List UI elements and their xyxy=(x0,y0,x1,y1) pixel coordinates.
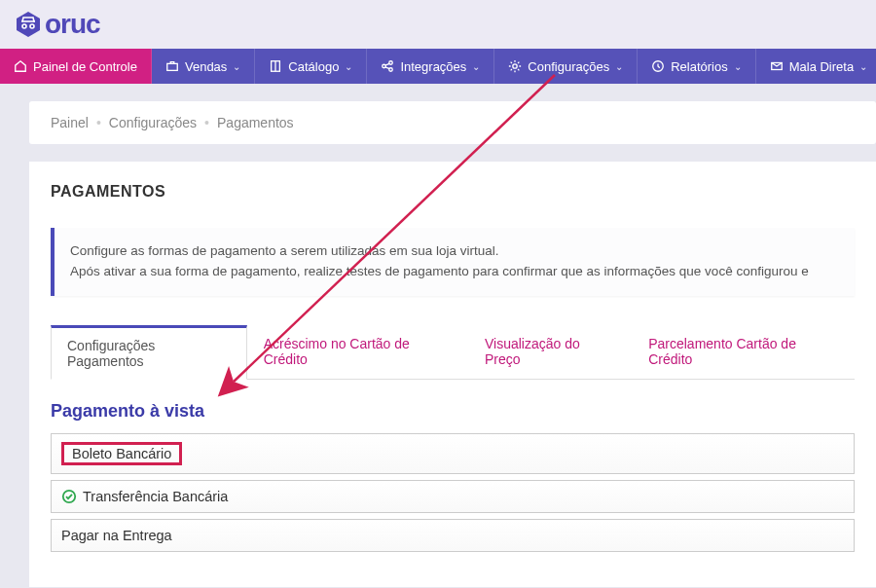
topbar: oruc xyxy=(0,0,876,49)
tab-visualizacao-preco[interactable]: Visualização do Preço xyxy=(468,325,632,380)
svg-line-9 xyxy=(385,63,389,65)
tab-parcelamento-cartao[interactable]: Parcelamento Cartão de Crédito xyxy=(632,325,855,380)
payment-method-label: Boleto Bancário xyxy=(72,446,171,461)
home-icon xyxy=(14,59,27,73)
info-line: Após ativar a sua forma de pagamento, re… xyxy=(70,262,839,282)
chevron-down-icon: ⌄ xyxy=(472,61,480,72)
section-title: Pagamento à vista xyxy=(51,401,855,422)
page-body: Painel • Configurações • Pagamentos PAGA… xyxy=(0,101,876,587)
breadcrumb-sep: • xyxy=(96,115,101,130)
check-circle-icon xyxy=(61,489,77,504)
tab-label: Visualização do Preço xyxy=(485,336,580,367)
chevron-down-icon: ⌄ xyxy=(859,61,867,72)
nav-mala-direta[interactable]: Mala Direta ⌄ xyxy=(756,49,876,84)
share-icon xyxy=(381,59,394,73)
nav-vendas[interactable]: Vendas ⌄ xyxy=(152,49,255,84)
chevron-down-icon: ⌄ xyxy=(345,61,352,72)
chevron-down-icon: ⌄ xyxy=(233,61,240,72)
nav-label: Mala Direta xyxy=(789,59,854,74)
payment-method-boleto[interactable]: Boleto Bancário xyxy=(51,433,855,474)
main-panel: PAGAMENTOS Configure as formas de pagame… xyxy=(29,162,876,587)
payment-method-transferencia[interactable]: Transferência Bancária xyxy=(51,480,855,513)
breadcrumb-item[interactable]: Configurações xyxy=(109,115,197,130)
logo-hexagon-icon xyxy=(14,10,43,39)
main-nav: Painel de Controle Vendas ⌄ Catálogo ⌄ I… xyxy=(0,49,876,84)
tab-label: Configurações Pagamentos xyxy=(67,338,155,369)
page-title: PAGAMENTOS xyxy=(51,183,855,201)
info-line: Configure as formas de pagamento a serem… xyxy=(70,241,839,262)
payment-method-label: Transferência Bancária xyxy=(83,489,228,504)
payment-method-pagar-entrega[interactable]: Pagar na Entrega xyxy=(51,519,855,552)
clock-icon xyxy=(651,59,665,73)
svg-line-10 xyxy=(385,67,389,69)
info-box: Configure as formas de pagamento a serem… xyxy=(51,228,855,296)
svg-rect-3 xyxy=(167,63,178,70)
breadcrumb-item[interactable]: Painel xyxy=(51,115,89,130)
mail-icon xyxy=(770,59,784,73)
nav-label: Integrações xyxy=(400,59,466,74)
logo-text: oruc xyxy=(45,9,100,40)
breadcrumb-sep: • xyxy=(204,115,209,130)
nav-catalogo[interactable]: Catálogo ⌄ xyxy=(255,49,367,84)
payment-method-label: Pagar na Entrega xyxy=(61,528,172,543)
nav-integracoes[interactable]: Integrações ⌄ xyxy=(367,49,494,84)
tab-label: Acréscimo no Cartão de Crédito xyxy=(264,336,410,367)
briefcase-icon xyxy=(165,59,179,73)
breadcrumb-item: Pagamentos xyxy=(217,115,294,130)
nav-label: Vendas xyxy=(185,59,227,74)
tabs: Configurações Pagamentos Acréscimo no Ca… xyxy=(51,325,855,380)
logo[interactable]: oruc xyxy=(14,9,100,40)
gear-icon xyxy=(508,59,522,73)
chevron-down-icon: ⌄ xyxy=(734,61,742,72)
svg-point-11 xyxy=(513,64,517,68)
nav-label: Configurações xyxy=(528,59,609,74)
nav-label: Relatórios xyxy=(671,59,728,74)
nav-configuracoes[interactable]: Configurações ⌄ xyxy=(494,49,638,84)
annotation-highlight: Boleto Bancário xyxy=(61,442,182,465)
svg-marker-0 xyxy=(17,12,40,37)
breadcrumb: Painel • Configurações • Pagamentos xyxy=(29,101,876,144)
nav-label: Painel de Controle xyxy=(33,59,137,74)
tab-label: Parcelamento Cartão de Crédito xyxy=(648,336,796,367)
nav-painel-controle[interactable]: Painel de Controle xyxy=(0,49,152,84)
tab-acrescimo-cartao[interactable]: Acréscimo no Cartão de Crédito xyxy=(247,325,468,380)
book-icon xyxy=(269,59,282,73)
nav-label: Catálogo xyxy=(288,59,339,74)
tab-config-pagamentos[interactable]: Configurações Pagamentos xyxy=(51,325,247,380)
nav-relatorios[interactable]: Relatórios ⌄ xyxy=(638,49,756,84)
chevron-down-icon: ⌄ xyxy=(615,61,623,72)
